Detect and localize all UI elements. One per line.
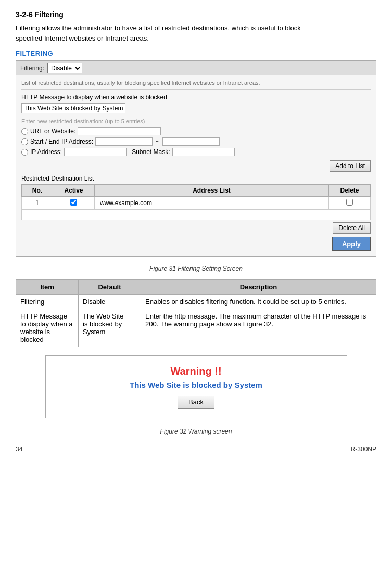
http-message-label: HTTP Message to display when a website i… xyxy=(21,94,371,101)
http-item: HTTP Message to display when a website i… xyxy=(16,309,79,347)
desc-col-description: Description xyxy=(141,280,376,295)
table-row-empty xyxy=(22,210,371,220)
warning-message: This Web Site is blocked by System xyxy=(56,380,336,389)
warning-box-container: Warning !! This Web Site is blocked by S… xyxy=(16,355,376,423)
filtering-header: Filtering: Disable xyxy=(16,61,376,75)
filtering-default: Disable xyxy=(79,295,141,309)
warning-title: Warning !! xyxy=(56,365,336,377)
row-address: www.example.com xyxy=(95,197,329,210)
figure32-caption: Figure 32 Warning screen xyxy=(16,428,376,435)
url-radio-row: URL or Website: xyxy=(21,127,371,135)
start-ip-input[interactable] xyxy=(95,137,153,146)
filtering-description: Enables or disables filtering function. … xyxy=(141,295,376,309)
ip-range-radio-row: Start / End IP Address: ~ xyxy=(21,137,371,146)
subnet-mask-input[interactable] xyxy=(172,148,235,156)
url-input[interactable] xyxy=(78,127,161,135)
delete-checkbox[interactable] xyxy=(346,199,353,206)
url-radio[interactable] xyxy=(21,128,28,135)
col-delete: Delete xyxy=(329,185,371,197)
section-title: FILTERING xyxy=(16,49,376,57)
ip-address-input[interactable] xyxy=(64,148,127,156)
col-no: No. xyxy=(22,185,53,197)
table-row: 1 www.example.com xyxy=(22,197,371,210)
ip-subnet-radio[interactable] xyxy=(21,149,28,156)
warning-box: Warning !! This Web Site is blocked by S… xyxy=(45,355,347,418)
filtering-box: Filtering: Disable List of restricted de… xyxy=(16,60,376,257)
http-message-section: HTTP Message to display when a website i… xyxy=(21,94,371,113)
delete-all-row: Delete All xyxy=(21,222,371,234)
active-checkbox[interactable] xyxy=(70,199,77,206)
intro-text: Filtering allows the administrator to ha… xyxy=(16,23,376,43)
destination-section: Enter new restricted destination: (up to… xyxy=(21,118,371,156)
add-to-list-button[interactable]: Add to List xyxy=(330,160,371,172)
filtering-row: Filtering Disable Enables or disables fi… xyxy=(16,295,376,309)
url-radio-label: URL or Website: xyxy=(30,128,75,135)
apply-button[interactable]: Apply xyxy=(332,237,371,251)
subnet-mask-label: Subnet Mask: xyxy=(132,148,170,156)
back-button[interactable]: Back xyxy=(178,396,214,409)
desc-col-item: Item xyxy=(16,280,79,295)
end-ip-input[interactable] xyxy=(162,137,220,146)
delete-all-button[interactable]: Delete All xyxy=(333,222,371,234)
http-message-row: HTTP Message to display when a website i… xyxy=(16,309,376,347)
ip-range-radio[interactable] xyxy=(21,138,28,145)
col-address: Address List xyxy=(95,185,329,197)
row-no: 1 xyxy=(22,197,53,210)
description-table: Item Default Description Filtering Disab… xyxy=(16,279,376,347)
apply-row: Apply xyxy=(21,237,371,251)
restricted-list-label: Restricted Destination List xyxy=(21,175,371,182)
page-heading: 3-2-6 Filtering xyxy=(16,10,376,19)
http-message-input[interactable] xyxy=(21,103,125,113)
footer-page-number: 34 xyxy=(16,446,22,453)
destination-label: Enter new restricted destination: (up to… xyxy=(21,118,371,125)
ip-subnet-radio-row: IP Address: Subnet Mask: xyxy=(21,148,371,156)
footer-model: R-300NP xyxy=(351,446,376,453)
restricted-list-section: Restricted Destination List No. Active A… xyxy=(21,175,371,220)
filtering-select[interactable]: Disable xyxy=(47,63,82,73)
ip-subnet-radio-label: IP Address: xyxy=(30,148,62,156)
desc-col-default: Default xyxy=(79,280,141,295)
col-active: Active xyxy=(53,185,95,197)
page-footer: 34 R-300NP xyxy=(16,446,376,453)
filtering-label: Filtering: xyxy=(20,65,44,72)
http-description: Enter the http message. The maximum char… xyxy=(141,309,376,347)
restricted-table: No. Active Address List Delete 1 www.exa… xyxy=(21,184,371,220)
row-active xyxy=(53,197,95,210)
row-delete xyxy=(329,197,371,210)
http-default: The Web Site is blocked by System xyxy=(79,309,141,347)
add-btn-row: Add to List xyxy=(21,160,371,172)
sub-description: List of restricted destinations, usually… xyxy=(21,80,371,90)
filtering-item: Filtering xyxy=(16,295,79,309)
warning-box-inner: Warning !! This Web Site is blocked by S… xyxy=(46,356,347,418)
ip-range-radio-label: Start / End IP Address: xyxy=(30,138,93,145)
figure31-caption: Figure 31 Filtering Setting Screen xyxy=(16,265,376,272)
tilde-separator: ~ xyxy=(156,138,159,145)
